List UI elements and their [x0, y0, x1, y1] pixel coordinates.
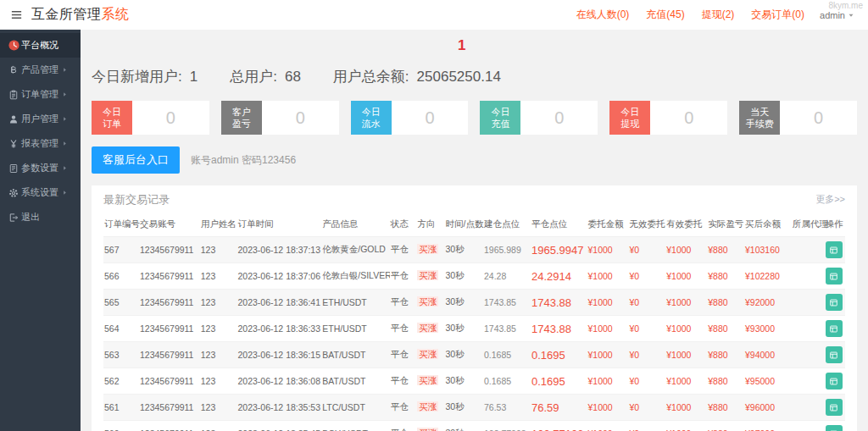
table-cell: 123 — [200, 316, 237, 342]
table-cell: ¥1000 — [587, 421, 629, 431]
table-cell: 12345679911 — [139, 368, 200, 395]
main-content: 1 今日新增用户:1总用户:68用户总余额:25065250.14 今日订单0客… — [81, 30, 868, 431]
table-cell: 2023-06-12 18:35:53 — [237, 395, 322, 421]
header-links: 在线人数(0)充值(45)提现(2)交易订单(0) — [576, 8, 820, 22]
sidebar-item-parameter-settings[interactable]: 参数设置 — [0, 156, 81, 180]
app-title-main: 互金所管理 — [31, 7, 102, 21]
chevron-right-icon — [62, 190, 75, 196]
table-cell: 平仓 — [390, 342, 417, 368]
row-detail-button[interactable] — [826, 399, 843, 416]
column-header: 产品信息 — [321, 213, 390, 237]
table-cell: 1743.85 — [483, 290, 531, 316]
table-cell: ¥1000 — [665, 395, 707, 421]
stat-card-label-line: 今日 — [491, 106, 509, 118]
stat-card-label: 今日充值 — [480, 101, 520, 135]
table-cell: BAT/USDT — [321, 342, 390, 368]
table-cell: 1743.85 — [483, 316, 531, 342]
row-detail-button[interactable] — [826, 320, 843, 337]
stat-card-today-fee: 当天手续费0 — [739, 101, 857, 135]
header-link-withdraw[interactable]: 提现(2) — [702, 8, 735, 22]
table-cell: ¥0 — [629, 290, 666, 316]
sidebar-item-logout[interactable]: 退出 — [0, 205, 81, 229]
table-cell: 2023-06-12 18:36:08 — [237, 368, 322, 395]
report-icon — [8, 139, 21, 149]
panel-title: 最新交易记录 — [103, 192, 170, 207]
header-link-trade-orders[interactable]: 交易订单(0) — [751, 8, 804, 22]
sidebar-item-label: 系统设置 — [21, 186, 58, 199]
watermark: 8kym.me — [828, 1, 863, 10]
table-cell: 平仓 — [390, 368, 417, 395]
table-cell: ¥880 — [707, 316, 744, 342]
table-cell: ¥880 — [707, 395, 744, 421]
service-backend-button[interactable]: 客服后台入口 — [92, 146, 180, 174]
sidebar-item-user-management[interactable]: 用户管理 — [0, 107, 81, 131]
table-cell: ¥92000 — [744, 290, 792, 316]
table-cell: 12345679911 — [139, 316, 200, 342]
hamburger-menu-icon[interactable] — [0, 8, 31, 21]
row-detail-button[interactable] — [826, 346, 843, 363]
table-cell: 平仓 — [390, 421, 417, 431]
table-cell: ¥1000 — [587, 316, 629, 342]
sidebar-item-system-settings[interactable]: 系统设置 — [0, 180, 81, 205]
stat-card-label: 当天手续费 — [739, 101, 780, 135]
sidebar-item-report-management[interactable]: 报表管理 — [0, 131, 81, 156]
stat-card-value: 0 — [132, 101, 209, 135]
table-cell: 12345679911 — [139, 342, 200, 368]
table-cell — [792, 395, 825, 421]
table-cell: BCH/USDT — [321, 421, 390, 431]
table-cell: ¥1000 — [665, 290, 707, 316]
users-icon — [8, 114, 21, 124]
table-cell: 买涨 — [416, 263, 444, 290]
table-cell: ¥880 — [707, 421, 744, 431]
column-header: 平仓点位 — [531, 213, 587, 237]
row-detail-button[interactable] — [826, 425, 843, 431]
column-header: 方向 — [416, 213, 444, 237]
table-cell: ¥0 — [629, 342, 666, 368]
stat-card-label-line: 订单 — [103, 118, 121, 130]
row-detail-button[interactable] — [826, 294, 843, 311]
stat-card-label-line: 今日 — [620, 106, 639, 118]
table-cell: 12345679911 — [139, 290, 200, 316]
table-row: 561123456799111232023-06-12 18:35:53LTC/… — [103, 395, 845, 421]
sidebar-item-platform-overview[interactable]: 平台概况 — [0, 33, 81, 58]
table-cell: 1965.9947 — [531, 237, 587, 263]
table-cell: 560 — [103, 421, 139, 431]
table-cell: ¥1000 — [587, 342, 629, 368]
orders-icon — [8, 90, 21, 100]
stat-card-label: 今日订单 — [92, 101, 132, 135]
latest-trades-panel: 最新交易记录 更多>> 订单编号交易账号用户姓名订单时间产品信息状态方向时间/点… — [92, 185, 857, 431]
table-cell: 2023-06-12 18:36:33 — [237, 316, 322, 342]
row-detail-button[interactable] — [826, 373, 843, 390]
direction-badge: 买涨 — [417, 244, 438, 254]
table-cell: 0.1695 — [531, 342, 587, 368]
header-link-recharge[interactable]: 充值(45) — [646, 8, 684, 22]
table-cell: ¥1000 — [587, 368, 629, 395]
table-cell: 2023-06-12 18:37:06 — [237, 263, 322, 290]
table-cell: 566 — [103, 263, 139, 290]
stat-card-today-flow: 今日流水0 — [351, 101, 469, 135]
more-link[interactable]: 更多>> — [815, 193, 845, 206]
sidebar-item-label: 用户管理 — [21, 113, 58, 125]
row-detail-button[interactable] — [826, 268, 843, 285]
app-title-accent: 系统 — [102, 7, 130, 21]
table-cell: ¥0 — [629, 316, 666, 342]
column-header: 交易账号 — [139, 213, 200, 237]
table-cell: 2023-06-12 18:36:15 — [237, 342, 322, 368]
table-cell: ¥94000 — [744, 342, 792, 368]
table-cell: ¥97000 — [744, 421, 792, 431]
row-detail-button[interactable] — [826, 241, 843, 258]
column-header: 状态 — [390, 213, 417, 237]
table-cell: ¥0 — [629, 368, 666, 395]
table-cell-action — [825, 263, 846, 290]
sidebar-item-label: 平台概况 — [21, 39, 58, 52]
stat-card-today-orders: 今日订单0 — [92, 101, 209, 135]
column-header: 建仓点位 — [483, 213, 531, 237]
sidebar-item-order-management[interactable]: 订单管理 — [0, 82, 81, 107]
stat-card-label: 今日流水 — [351, 101, 392, 135]
admin-dropdown[interactable]: admin — [820, 10, 854, 20]
table-cell: 564 — [103, 316, 139, 342]
trades-table: 订单编号交易账号用户姓名订单时间产品信息状态方向时间/点数建仓点位平仓点位委托金… — [103, 213, 845, 431]
table-cell: 买涨 — [416, 395, 444, 421]
header-link-online-users[interactable]: 在线人数(0) — [576, 8, 630, 22]
sidebar-item-product-management[interactable]: 产品管理 — [0, 58, 81, 82]
